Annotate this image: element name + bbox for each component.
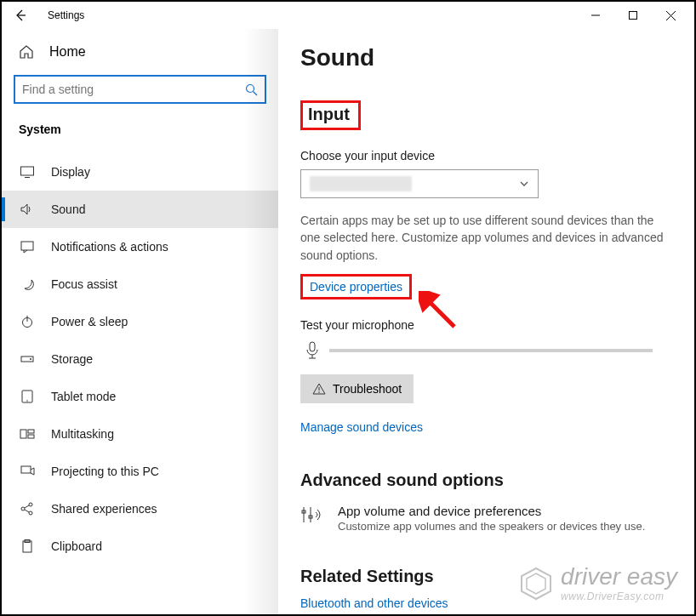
tablet-icon <box>19 389 36 404</box>
svg-line-5 <box>254 91 258 95</box>
sidebar-item-display[interactable]: Display <box>2 153 278 191</box>
sidebar-item-label: Notifications & actions <box>51 240 168 254</box>
svg-point-4 <box>247 84 254 92</box>
svg-line-23 <box>25 510 29 512</box>
sidebar-item-power-sleep[interactable]: Power & sleep <box>2 303 278 340</box>
manage-sound-devices-link[interactable]: Manage sound devices <box>300 420 423 434</box>
main-content: Sound Input Choose your input device Cer… <box>278 29 694 614</box>
microphone-icon <box>300 340 324 361</box>
window-controls <box>577 2 689 29</box>
arrow-left-icon <box>14 9 27 22</box>
app-volume-title: App volume and device preferences <box>338 504 645 518</box>
svg-rect-17 <box>28 435 34 438</box>
test-mic-label: Test your microphone <box>300 318 672 332</box>
power-icon <box>19 314 36 329</box>
home-label: Home <box>49 44 86 60</box>
svg-rect-26 <box>310 342 315 351</box>
svg-rect-16 <box>28 430 34 433</box>
svg-rect-8 <box>21 242 33 250</box>
sidebar-item-label: Display <box>51 165 90 179</box>
input-section-heading: Input <box>300 100 361 130</box>
project-icon <box>19 464 36 479</box>
sidebar-item-label: Storage <box>51 352 93 366</box>
troubleshoot-button[interactable]: Troubleshoot <box>300 374 414 403</box>
settings-window: Settings Home System <box>0 0 696 616</box>
warning-icon <box>312 382 326 396</box>
chevron-down-icon <box>519 179 529 189</box>
input-note-text: Certain apps may be set up to use differ… <box>300 212 672 264</box>
advanced-sound-heading: Advanced sound options <box>300 471 672 490</box>
focus-icon <box>19 277 36 292</box>
sidebar-item-label: Sound <box>51 202 85 216</box>
search-box[interactable] <box>14 75 266 104</box>
svg-rect-1 <box>630 12 637 20</box>
sidebar-item-label: Clipboard <box>51 539 102 553</box>
mic-meter-row <box>300 340 672 361</box>
sidebar: Home System Display Sound <box>2 29 278 614</box>
display-icon <box>19 164 36 180</box>
device-properties-link[interactable]: Device properties <box>300 274 412 299</box>
sound-icon <box>19 202 36 217</box>
sidebar-item-clipboard[interactable]: Clipboard <box>2 528 278 565</box>
app-volume-preferences[interactable]: App volume and device preferences Custom… <box>300 504 672 533</box>
sidebar-item-projecting[interactable]: Projecting to this PC <box>2 453 278 490</box>
close-icon <box>666 11 676 20</box>
sidebar-item-label: Multitasking <box>51 427 114 441</box>
home-icon <box>19 44 36 60</box>
maximize-icon <box>629 11 637 20</box>
related-settings-heading: Related Settings <box>300 567 672 586</box>
share-icon <box>19 501 36 516</box>
svg-point-21 <box>29 511 32 515</box>
close-button[interactable] <box>652 2 689 29</box>
sidebar-item-label: Projecting to this PC <box>51 465 159 478</box>
input-device-dropdown[interactable] <box>300 169 539 198</box>
multitask-icon <box>19 426 36 442</box>
maximize-button[interactable] <box>614 2 652 29</box>
sidebar-item-label: Shared experiences <box>51 502 157 516</box>
sidebar-item-focus-assist[interactable]: Focus assist <box>2 265 278 303</box>
minimize-icon <box>591 11 600 20</box>
svg-point-30 <box>318 391 320 393</box>
sidebar-item-sound[interactable]: Sound <box>2 191 278 228</box>
dropdown-selected-value <box>310 176 412 191</box>
sidebar-nav-list: Display Sound Notifications & actions Fo… <box>2 153 278 565</box>
storage-icon <box>19 351 36 367</box>
mixer-icon <box>300 504 324 524</box>
sidebar-item-storage[interactable]: Storage <box>2 340 278 378</box>
search-icon <box>245 83 258 96</box>
svg-point-12 <box>30 358 31 360</box>
minimize-button[interactable] <box>577 2 614 29</box>
mic-level-meter <box>329 349 653 352</box>
sidebar-item-notifications[interactable]: Notifications & actions <box>2 228 278 265</box>
search-input[interactable] <box>22 83 245 96</box>
notifications-icon <box>19 239 36 254</box>
troubleshoot-label: Troubleshoot <box>333 382 402 396</box>
back-button[interactable] <box>7 2 34 29</box>
choose-input-label: Choose your input device <box>300 149 672 163</box>
window-title: Settings <box>48 9 84 21</box>
page-title: Sound <box>300 44 672 71</box>
sidebar-item-label: Power & sleep <box>51 315 128 328</box>
sidebar-section-header: System <box>2 112 278 148</box>
svg-point-14 <box>26 400 28 402</box>
clipboard-icon <box>19 539 36 554</box>
sidebar-item-label: Focus assist <box>51 277 117 291</box>
window-body: Home System Display Sound <box>2 29 694 614</box>
home-nav[interactable]: Home <box>2 36 278 68</box>
svg-point-20 <box>29 503 32 506</box>
sidebar-item-label: Tablet mode <box>51 390 116 403</box>
svg-line-22 <box>25 505 29 508</box>
bluetooth-devices-link[interactable]: Bluetooth and other devices <box>300 596 448 610</box>
sidebar-item-multitasking[interactable]: Multitasking <box>2 415 278 453</box>
sidebar-item-shared-experiences[interactable]: Shared experiences <box>2 490 278 528</box>
svg-point-19 <box>21 507 25 510</box>
sidebar-item-tablet-mode[interactable]: Tablet mode <box>2 378 278 415</box>
titlebar: Settings <box>2 2 694 29</box>
app-volume-subtitle: Customize app volumes and the speakers o… <box>338 520 645 533</box>
svg-rect-15 <box>20 430 26 438</box>
svg-rect-18 <box>21 466 31 473</box>
svg-rect-6 <box>21 167 34 175</box>
